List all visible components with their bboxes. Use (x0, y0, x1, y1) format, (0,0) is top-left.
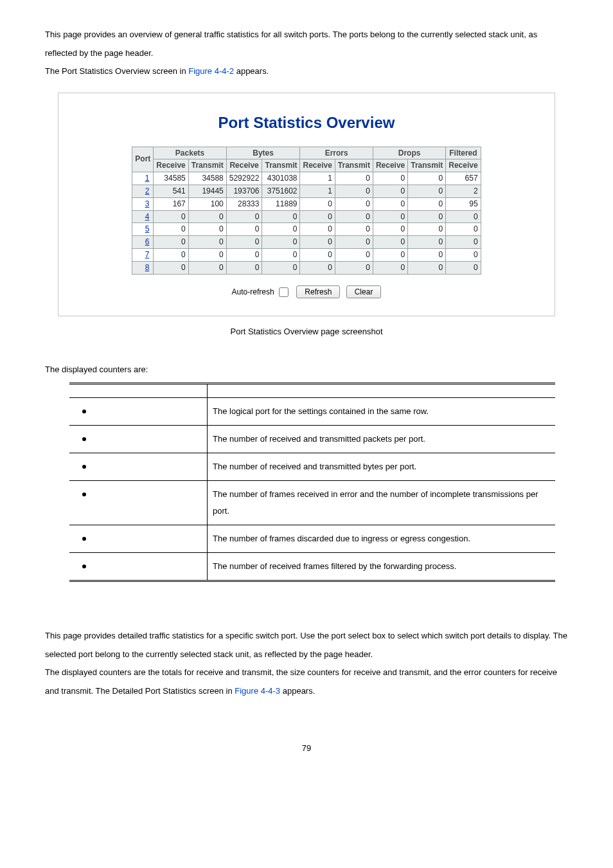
screenshot-caption: Port Statistics Overview page screenshot (45, 323, 568, 341)
counter-object-cell (69, 481, 208, 525)
counter-desc-cell: The number of received frames filtered b… (208, 553, 556, 581)
stat-cell: 100 (188, 197, 226, 210)
stat-cell: 19445 (188, 185, 226, 197)
stat-cell: 0 (335, 172, 373, 185)
stat-cell: 0 (446, 210, 481, 223)
sub-drp-tx: Transmit (408, 159, 446, 172)
stat-cell: 167 (154, 197, 188, 210)
stat-cell: 0 (188, 223, 226, 236)
stat-cell: 0 (446, 261, 481, 274)
refresh-button[interactable]: Refresh (296, 285, 340, 298)
stat-cell: 0 (408, 248, 446, 261)
counter-desc-cell: The number of received and transmitted p… (208, 426, 556, 453)
figure-ref-4-4-2[interactable]: Figure 4-4-2 (188, 66, 234, 76)
stat-cell: 0 (226, 223, 262, 236)
counters-row: The number of frames received in error a… (69, 481, 555, 525)
stat-cell: 0 (373, 197, 407, 210)
intro-p2-post: appears. (234, 66, 269, 76)
port-link[interactable]: 7 (145, 250, 150, 259)
stat-cell: 0 (300, 223, 335, 236)
counters-row: The number of received and transmitted p… (69, 426, 555, 453)
stat-cell: 0 (373, 223, 407, 236)
col-port: Port (132, 147, 154, 172)
counter-object-cell (69, 426, 208, 453)
stat-cell: 0 (154, 223, 188, 236)
counter-desc-cell: The number of frames received in error a… (208, 481, 556, 525)
counters-row: The number of received and transmitted b… (69, 453, 555, 481)
port-link[interactable]: 5 (145, 224, 150, 233)
counters-row: The number of frames discarded due to in… (69, 525, 555, 553)
port-cell: 7 (132, 248, 154, 261)
counters-header-desc (208, 384, 556, 398)
stat-cell: 0 (446, 236, 481, 249)
sub-err-rx: Receive (300, 159, 335, 172)
clear-button[interactable]: Clear (346, 285, 382, 298)
stat-cell: 0 (300, 197, 335, 210)
detailed-p1: This page provides detailed traffic stat… (45, 627, 568, 664)
stat-cell: 0 (188, 248, 226, 261)
stat-cell: 0 (335, 248, 373, 261)
figure-ref-4-4-3[interactable]: Figure 4-4-3 (235, 686, 280, 696)
stat-cell: 0 (446, 248, 481, 261)
stat-cell: 0 (226, 261, 262, 274)
counters-header-object (69, 384, 208, 398)
col-packets: Packets (154, 147, 226, 159)
counter-object-cell (69, 525, 208, 553)
stat-cell: 0 (188, 236, 226, 249)
stat-cell: 0 (446, 223, 481, 236)
stat-cell: 0 (335, 197, 373, 210)
sub-pkt-rx: Receive (154, 159, 188, 172)
stat-cell: 0 (300, 210, 335, 223)
counter-desc-cell: The logical port for the settings contai… (208, 398, 556, 426)
stat-cell: 0 (373, 236, 407, 249)
port-link[interactable]: 4 (145, 212, 150, 221)
bullet-icon (82, 493, 86, 496)
auto-refresh-label: Auto-refresh (232, 287, 274, 296)
stat-cell: 0 (154, 210, 188, 223)
counter-desc-cell: The number of received and transmitted b… (208, 453, 556, 481)
table-row: 254119445193706375160210002 (132, 185, 481, 197)
stat-cell: 0 (335, 223, 373, 236)
stat-cell: 0 (300, 236, 335, 249)
stat-cell: 0 (408, 261, 446, 274)
stat-cell: 0 (154, 236, 188, 249)
stat-cell: 5292922 (226, 172, 262, 185)
port-link[interactable]: 1 (145, 174, 150, 183)
auto-refresh-checkbox[interactable] (279, 287, 289, 297)
intro-p2-pre: The Port Statistics Overview screen in (45, 66, 188, 76)
col-bytes: Bytes (226, 147, 300, 159)
sub-pkt-tx: Transmit (188, 159, 226, 172)
port-link[interactable]: 2 (145, 186, 150, 195)
stat-cell: 0 (226, 248, 262, 261)
col-errors: Errors (300, 147, 373, 159)
bullet-icon (82, 565, 86, 568)
stat-cell: 0 (226, 236, 262, 249)
bullet-icon (82, 437, 86, 441)
stat-cell: 0 (154, 248, 188, 261)
stat-cell: 0 (262, 248, 300, 261)
stat-cell: 0 (373, 261, 407, 274)
port-link[interactable]: 8 (145, 263, 150, 272)
port-cell: 6 (132, 236, 154, 249)
stat-cell: 0 (262, 261, 300, 274)
detailed-p2: The displayed counters are the totals fo… (45, 664, 568, 700)
sub-drp-rx: Receive (373, 159, 407, 172)
col-filtered: Filtered (446, 147, 481, 159)
port-link[interactable]: 6 (145, 237, 150, 246)
stat-cell: 34588 (188, 172, 226, 185)
stat-cell: 1 (300, 185, 335, 197)
counters-row: The number of received frames filtered b… (69, 553, 555, 581)
counter-object-cell (69, 453, 208, 481)
stat-cell: 0 (408, 197, 446, 210)
detailed-p2-post: appears. (280, 686, 315, 696)
port-link[interactable]: 3 (145, 199, 150, 208)
port-stats-table: Port Packets Bytes Errors Drops Filtered… (132, 147, 481, 275)
counter-object-cell (69, 398, 208, 426)
port-cell: 1 (132, 172, 154, 185)
stat-cell: 0 (188, 210, 226, 223)
stat-cell: 0 (335, 236, 373, 249)
stat-cell: 11889 (262, 197, 300, 210)
controls-row: Auto-refresh Refresh Clear (67, 284, 546, 300)
stat-cell: 0 (373, 185, 407, 197)
counter-desc-cell: The number of frames discarded due to in… (208, 525, 556, 553)
